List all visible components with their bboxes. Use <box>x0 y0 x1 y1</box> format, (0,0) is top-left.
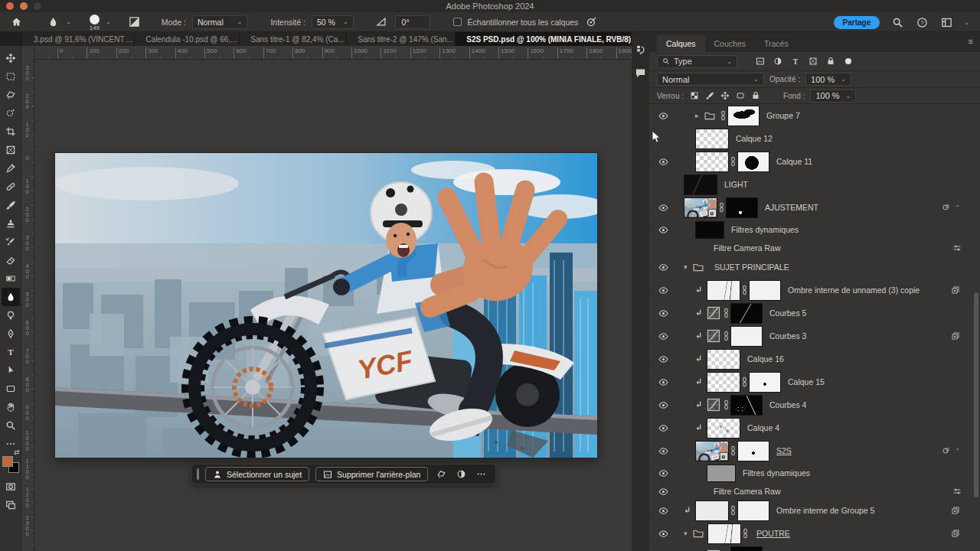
foreground-color-swatch[interactable] <box>2 456 13 467</box>
sample-all-layers-checkbox[interactable] <box>453 18 462 26</box>
opacity-select[interactable]: 100 % ⌄ <box>805 73 851 86</box>
mask-link-icon[interactable] <box>724 306 729 320</box>
eyedropper-tool[interactable] <box>2 159 20 178</box>
shape-layer-filter-icon[interactable] <box>807 55 819 67</box>
mask-link-icon[interactable] <box>742 375 747 389</box>
lock-transparency-icon[interactable] <box>689 90 699 102</box>
layer-mask-thumbnail[interactable] <box>726 197 758 218</box>
brush-settings-toggle-icon[interactable] <box>128 15 142 29</box>
layer-row[interactable]: Courbes 3 <box>649 324 980 347</box>
layer-visibility-toggle[interactable] <box>654 402 672 409</box>
layer-row[interactable]: Courbes 4 <box>649 393 980 416</box>
layer-name[interactable]: Courbes 5 <box>769 308 806 318</box>
layer-right-icons[interactable]: ⌃ <box>942 446 960 455</box>
angle-input[interactable]: 0° <box>395 15 430 29</box>
layer-name[interactable]: Ombre interne de Groupe 5 <box>776 506 874 515</box>
layer-row[interactable]: Filtre Camera Raw <box>649 240 980 256</box>
curves-adjustment-icon[interactable] <box>707 329 722 343</box>
layer-mask-thumbnail[interactable] <box>730 395 763 416</box>
mask-link-icon[interactable] <box>730 504 736 517</box>
help-icon[interactable] <box>915 15 929 29</box>
layers-scrollbar[interactable] <box>974 292 978 497</box>
layer-row[interactable]: Calque 4 <box>649 416 980 439</box>
layer-mask-thumbnail[interactable] <box>727 106 760 126</box>
layer-thumbnail[interactable] <box>695 221 724 239</box>
clone-stamp-tool[interactable] <box>2 214 20 233</box>
layer-name[interactable]: Calque 15 <box>788 377 825 386</box>
layer-visibility-toggle[interactable] <box>654 379 672 386</box>
comments-panel-icon[interactable] <box>634 66 648 80</box>
smart-object-filter-icon[interactable] <box>825 55 837 67</box>
layer-name[interactable]: Filtres dynamiques <box>731 225 799 234</box>
layer-row[interactable]: S2S ⌃ <box>649 439 980 462</box>
mode-select[interactable]: Normal ⌄ <box>192 15 248 29</box>
layer-mask-thumbnail[interactable] <box>737 152 769 172</box>
layer-visibility-toggle[interactable] <box>654 425 672 432</box>
layer-right-icons[interactable] <box>951 529 960 538</box>
pixel-layer-filter-icon[interactable] <box>754 55 766 67</box>
path-selection-tool[interactable] <box>2 361 20 380</box>
marquee-tool[interactable] <box>2 67 20 86</box>
quick-mask-button[interactable] <box>2 478 20 496</box>
layer-visibility-toggle[interactable] <box>654 448 672 455</box>
mask-link-icon[interactable] <box>724 329 729 343</box>
layer-visibility-toggle[interactable] <box>654 356 672 363</box>
curves-adjustment-icon[interactable] <box>707 306 722 320</box>
layer-expand-toggle[interactable]: ▾ <box>684 530 693 537</box>
brush-preset-picker[interactable]: 149 <box>90 15 100 31</box>
mask-link-icon[interactable] <box>724 398 729 412</box>
shape-tool[interactable] <box>2 380 20 398</box>
layer-thumbnail[interactable] <box>707 349 740 370</box>
layer-visibility-toggle[interactable] <box>654 310 672 317</box>
layer-name[interactable]: Filtre Camera Raw <box>714 487 781 496</box>
layer-visibility-toggle[interactable] <box>654 158 672 165</box>
lock-position-icon[interactable] <box>720 90 730 102</box>
workspace-switcher-icon[interactable] <box>939 15 953 29</box>
layer-name[interactable]: Courbes 3 <box>769 331 806 341</box>
layer-mask-thumbnail[interactable] <box>730 303 763 324</box>
mask-link-icon[interactable] <box>730 155 736 168</box>
layer-name[interactable]: Calque 16 <box>747 354 784 364</box>
panel-tab-tracés[interactable]: Tracés <box>755 35 798 52</box>
layer-row[interactable]: Filtre Camera Raw <box>649 484 980 499</box>
pressure-strength-icon[interactable] <box>584 15 598 29</box>
layer-thumbnail[interactable] <box>707 372 740 393</box>
layer-thumbnail[interactable] <box>695 152 729 172</box>
remove-background-button[interactable]: Supprimer l'arrière-plan <box>315 467 428 481</box>
layer-mask-thumbnail[interactable] <box>730 326 763 347</box>
layer-row[interactable]: Calque 11 <box>649 150 980 173</box>
document-tab[interactable]: Sans titre-1 @ 82,4% (Ca... <box>240 32 347 46</box>
layer-name[interactable]: AJUSTEMENT <box>765 203 818 212</box>
layer-row[interactable]: ▸ Groupe 7 <box>649 104 980 127</box>
mask-link-icon[interactable] <box>743 527 748 540</box>
move-tool[interactable] <box>2 49 20 67</box>
layer-visibility-toggle[interactable] <box>654 530 672 537</box>
layer-row[interactable]: Filtres dynamiques <box>649 219 980 240</box>
blend-mode-select[interactable]: Normal ⌄ <box>657 73 764 86</box>
dodge-tool[interactable] <box>2 306 20 324</box>
mask-link-icon[interactable] <box>730 444 736 458</box>
panel-menu-icon[interactable]: ≡ <box>969 37 974 46</box>
document-tab[interactable]: 3.psd @ 91,6% (VINCENT ... <box>23 32 135 46</box>
layer-visibility-toggle[interactable] <box>654 333 672 340</box>
layer-row[interactable]: LIGHT <box>649 173 980 196</box>
zoom-tool[interactable] <box>2 416 20 435</box>
healing-brush-tool[interactable] <box>2 178 20 196</box>
layer-right-icons[interactable] <box>952 487 962 496</box>
document-tab[interactable]: Sans titre-2 @ 147% (San... <box>347 32 456 46</box>
history-brush-tool[interactable] <box>2 233 20 251</box>
layer-filter-select[interactable]: Type ⌄ <box>657 55 737 68</box>
share-button[interactable]: Partage <box>834 16 880 29</box>
layer-row[interactable]: ▾ POUTRE <box>649 522 980 545</box>
layer-thumbnail[interactable] <box>707 523 741 544</box>
layer-right-icons[interactable] <box>952 243 962 253</box>
eraser-tool[interactable] <box>2 251 20 269</box>
layer-thumbnail[interactable] <box>695 500 729 521</box>
home-icon[interactable] <box>9 15 23 29</box>
fill-select[interactable]: 100 % ⌄ <box>810 90 856 103</box>
frame-tool[interactable] <box>2 141 20 159</box>
panel-tab-calques[interactable]: Calques <box>657 35 705 52</box>
layer-row[interactable] <box>649 545 980 551</box>
layer-visibility-toggle[interactable] <box>654 470 672 477</box>
layer-thumbnail[interactable] <box>684 174 717 195</box>
